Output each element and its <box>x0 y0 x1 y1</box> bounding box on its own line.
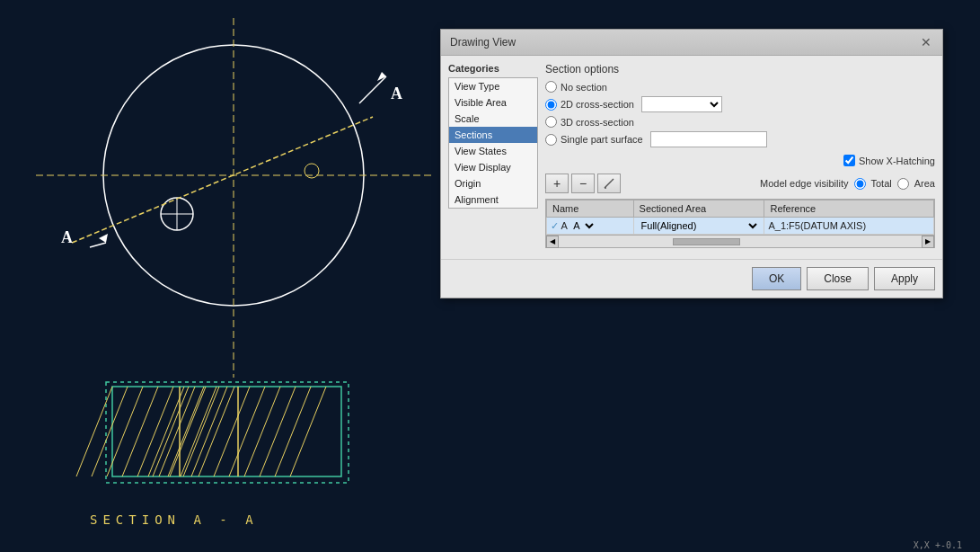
sidebar-item-sections[interactable]: Sections <box>449 127 537 143</box>
col-name: Name <box>547 200 634 218</box>
sidebar-item-visible-area[interactable]: Visible Area <box>449 94 537 111</box>
coords-display: X,X +-0.1 <box>914 540 962 550</box>
svg-line-1 <box>612 179 614 181</box>
main-content: Section options No section 2D cross-sect… <box>545 63 935 252</box>
section-label: SECTION A - A <box>90 512 259 527</box>
table-scroll-area: Name Sectioned Area Reference ✓ A A <box>546 200 934 235</box>
dialog-footer: OK Close Apply <box>441 259 942 298</box>
add-row-button[interactable]: + <box>545 174 569 193</box>
scrollbar-right-arrow[interactable]: ▶ <box>922 236 934 248</box>
xhatch-row: Show X-Hatching <box>545 155 935 166</box>
area-radio[interactable] <box>897 178 909 190</box>
single-part-row: Single part surface <box>545 131 935 147</box>
cell-sectioned-area: Full(Aligned) <box>633 218 764 235</box>
sections-table-wrapper: Name Sectioned Area Reference ✓ A A <box>545 199 935 248</box>
scrollbar-thumb[interactable] <box>673 238 740 245</box>
table-horizontal-scrollbar[interactable]: ◀ ▶ <box>546 235 934 247</box>
dialog-close-button[interactable]: ✕ <box>919 35 933 49</box>
sidebar-item-view-states[interactable]: View States <box>449 143 537 159</box>
categories-panel: Categories View Type Visible Area Scale … <box>448 63 538 252</box>
toolbar-and-model-row: + − Model edge visibility Total <box>545 174 935 193</box>
single-part-label: Single part surface <box>561 134 643 145</box>
model-edge-section: Model edge visibility Total Area <box>760 178 935 190</box>
no-section-label: No section <box>561 82 607 93</box>
cell-name: ✓ A A <box>547 218 634 235</box>
close-button[interactable]: Close <box>807 267 869 290</box>
sidebar-item-scale[interactable]: Scale <box>449 111 537 127</box>
table-row[interactable]: ✓ A A Full(Aligned) <box>547 218 934 235</box>
dialog-titlebar: Drawing View ✕ <box>441 30 942 56</box>
remove-row-button[interactable]: − <box>571 174 595 193</box>
drawing-view-dialog: Drawing View ✕ Categories View Type Visi… <box>440 29 943 298</box>
toolbar-buttons: + − <box>545 174 621 193</box>
area-label: Area <box>914 178 935 189</box>
sections-table: Name Sectioned Area Reference ✓ A A <box>546 200 934 235</box>
sidebar-item-origin[interactable]: Origin <box>449 175 537 191</box>
total-radio[interactable] <box>854 178 866 190</box>
xhatch-checkbox[interactable] <box>843 155 855 166</box>
3d-cross-section-radio[interactable] <box>545 116 557 128</box>
no-section-row: No section <box>545 81 935 93</box>
3d-cross-section-row: 3D cross-section <box>545 116 935 128</box>
sidebar-item-alignment[interactable]: Alignment <box>449 191 537 208</box>
dialog-title: Drawing View <box>450 36 516 49</box>
name-dropdown[interactable]: A <box>569 219 596 232</box>
2d-cross-section-dropdown[interactable] <box>641 96 722 112</box>
apply-button[interactable]: Apply <box>874 267 935 290</box>
2d-cross-section-label: 2D cross-section <box>561 99 634 110</box>
scrollbar-left-arrow[interactable]: ◀ <box>546 236 559 248</box>
col-sectioned-area: Sectioned Area <box>633 200 764 218</box>
total-label: Total <box>871 178 892 189</box>
col-reference: Reference <box>764 200 934 218</box>
category-list: View Type Visible Area Scale Sections Vi… <box>448 77 538 209</box>
xhatch-label: Show X-Hatching <box>859 156 935 166</box>
3d-cross-section-label: 3D cross-section <box>561 117 634 128</box>
sidebar-item-view-display[interactable]: View Display <box>449 159 537 175</box>
svg-line-0 <box>605 181 612 188</box>
cell-reference: A_1:F5(DATUM AXIS) <box>764 218 934 235</box>
edit-row-button[interactable] <box>597 174 621 193</box>
sidebar-item-view-type[interactable]: View Type <box>449 78 537 94</box>
edit-icon <box>603 177 615 190</box>
2d-cross-section-radio[interactable] <box>545 99 557 111</box>
ok-button[interactable]: OK <box>752 267 801 290</box>
scrollbar-track[interactable] <box>571 238 909 245</box>
2d-cross-section-row: 2D cross-section <box>545 96 935 112</box>
sectioned-area-dropdown[interactable]: Full(Aligned) <box>638 219 761 232</box>
model-edge-label: Model edge visibility <box>760 178 848 189</box>
single-part-radio[interactable] <box>545 134 557 146</box>
dialog-body: Categories View Type Visible Area Scale … <box>441 56 942 259</box>
section-radio-group: No section 2D cross-section 3D cross-sec… <box>545 81 935 147</box>
categories-label: Categories <box>448 63 538 74</box>
single-part-input[interactable] <box>650 131 767 147</box>
section-options-title: Section options <box>545 63 935 76</box>
no-section-radio[interactable] <box>545 81 557 93</box>
